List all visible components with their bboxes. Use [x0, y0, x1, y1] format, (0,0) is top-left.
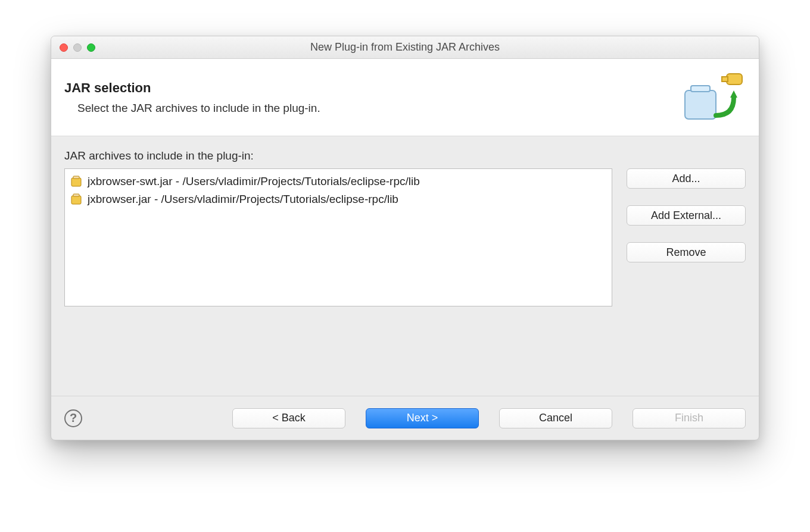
wizard-footer: ? < Back Next > Cancel Finish: [51, 396, 759, 440]
remove-button[interactable]: Remove: [627, 242, 746, 262]
svg-rect-8: [73, 194, 79, 196]
svg-marker-2: [730, 90, 737, 98]
help-button[interactable]: ?: [64, 409, 82, 427]
svg-rect-4: [722, 77, 728, 82]
add-button[interactable]: Add...: [627, 168, 746, 189]
window-title: New Plug-in from Existing JAR Archives: [51, 41, 759, 54]
add-external-button[interactable]: Add External...: [627, 205, 746, 226]
jar-plugin-icon: [680, 68, 746, 127]
wizard-step-description: Select the JAR archives to include in th…: [77, 102, 680, 115]
svg-rect-0: [685, 90, 716, 119]
cancel-button[interactable]: Cancel: [499, 408, 612, 428]
traffic-lights: [60, 43, 95, 52]
wizard-content: JAR archives to include in the plug-in: …: [51, 136, 759, 396]
list-item-text: jxbrowser.jar - /Users/vladimir/Projects…: [88, 190, 398, 208]
side-button-column: Add... Add External... Remove: [627, 168, 746, 306]
svg-rect-6: [73, 176, 79, 179]
svg-rect-7: [71, 196, 81, 204]
svg-rect-1: [691, 86, 710, 92]
svg-rect-5: [71, 178, 81, 186]
wizard-banner: JAR selection Select the JAR archives to…: [51, 59, 759, 136]
svg-rect-3: [727, 74, 742, 85]
titlebar: New Plug-in from Existing JAR Archives: [51, 36, 759, 59]
list-item[interactable]: jxbrowser-swt.jar - /Users/vladimir/Proj…: [70, 173, 607, 190]
list-item-text: jxbrowser-swt.jar - /Users/vladimir/Proj…: [88, 173, 420, 190]
back-button[interactable]: < Back: [232, 408, 345, 428]
wizard-window: New Plug-in from Existing JAR Archives J…: [51, 36, 759, 440]
jar-file-icon: [70, 193, 83, 206]
window-fullscreen-button[interactable]: [87, 43, 95, 52]
jar-list[interactable]: jxbrowser-swt.jar - /Users/vladimir/Proj…: [64, 168, 612, 306]
window-minimize-button[interactable]: [73, 43, 82, 52]
wizard-step-title: JAR selection: [64, 80, 680, 96]
list-item[interactable]: jxbrowser.jar - /Users/vladimir/Projects…: [70, 190, 607, 208]
window-close-button[interactable]: [60, 43, 68, 52]
finish-button[interactable]: Finish: [633, 408, 746, 428]
jar-file-icon: [70, 175, 83, 188]
jar-list-label: JAR archives to include in the plug-in:: [64, 149, 746, 162]
next-button[interactable]: Next >: [366, 408, 479, 428]
